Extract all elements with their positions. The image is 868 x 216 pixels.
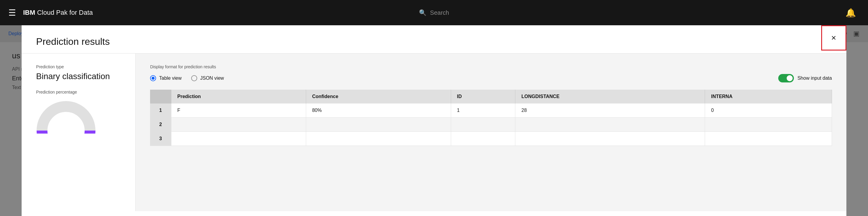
view-options: Table view JSON view Show input data: [150, 74, 832, 82]
search-area[interactable]: 🔍 Search: [419, 9, 449, 16]
cell-interna-3: [705, 132, 832, 146]
table-view-option[interactable]: Table view: [150, 75, 182, 81]
cell-id-2: [451, 118, 515, 132]
brand-rest: Cloud Pak for Data: [35, 9, 93, 16]
cell-longdistance-1: 28: [515, 104, 705, 118]
table-row: 2: [150, 118, 832, 132]
json-view-option[interactable]: JSON view: [191, 75, 224, 81]
cell-interna-1: 0: [705, 104, 832, 118]
table-row: 3: [150, 132, 832, 146]
brand-ibm: IBM: [23, 9, 35, 16]
cell-rownum-2: 2: [150, 118, 171, 132]
cell-prediction-1: F: [171, 104, 306, 118]
left-panel: Prediction type Binary classification Pr…: [22, 54, 136, 211]
prediction-percentage-label: Prediction percentage: [36, 90, 121, 94]
prediction-type-label: Prediction type: [36, 64, 121, 69]
display-format-label: Display format for prediction results: [150, 64, 832, 69]
table-view-radio[interactable]: [150, 75, 156, 81]
cell-prediction-2: [171, 118, 306, 132]
results-table: Prediction Confidence ID LONGDISTANCE IN…: [150, 90, 832, 146]
toggle-knob: [787, 75, 793, 81]
cell-longdistance-3: [515, 132, 705, 146]
search-placeholder: Search: [430, 9, 449, 16]
brand-title: IBM Cloud Pak for Data: [23, 9, 93, 17]
cell-id-1: 1: [451, 104, 515, 118]
hamburger-menu-icon[interactable]: ☰: [8, 8, 16, 18]
col-header-interna: INTERNA: [705, 90, 832, 104]
cell-confidence-3: [306, 132, 451, 146]
cell-prediction-3: [171, 132, 306, 146]
table-header-row: Prediction Confidence ID LONGDISTANCE IN…: [150, 90, 832, 104]
cell-longdistance-2: [515, 118, 705, 132]
json-view-label: JSON view: [200, 76, 224, 81]
svg-point-1: [42, 107, 90, 134]
col-header-rownum: [150, 90, 171, 104]
modal-close-button[interactable]: ×: [821, 25, 846, 51]
cell-confidence-1: 80%: [306, 104, 451, 118]
table-view-label: Table view: [159, 76, 182, 81]
search-icon: 🔍: [419, 9, 427, 16]
prediction-type-value: Binary classification: [36, 72, 121, 81]
radio-group: Table view JSON view: [150, 75, 224, 81]
col-header-id: ID: [451, 90, 515, 104]
toggle-switch[interactable]: [778, 74, 794, 82]
cell-rownum-1: 1: [150, 104, 171, 118]
show-input-data-toggle[interactable]: Show input data: [778, 74, 832, 82]
modal-title: Prediction results: [36, 36, 832, 47]
cell-interna-2: [705, 118, 832, 132]
prediction-results-modal: × Prediction results Prediction type Bin…: [22, 25, 846, 216]
cell-confidence-2: [306, 118, 451, 132]
cell-id-3: [451, 132, 515, 146]
cell-rownum-3: 3: [150, 132, 171, 146]
col-header-longdistance: LONGDISTANCE: [515, 90, 705, 104]
show-input-label: Show input data: [798, 76, 832, 81]
col-header-prediction: Prediction: [171, 90, 306, 104]
notification-icon[interactable]: 🔔: [845, 8, 856, 18]
right-panel: Display format for prediction results Ta…: [136, 54, 846, 211]
json-view-radio[interactable]: [191, 75, 197, 81]
modal-header: Prediction results: [22, 25, 846, 54]
modal-overlay: × Prediction results Prediction type Bin…: [0, 25, 868, 216]
top-navigation: ☰ IBM Cloud Pak for Data 🔍 Search 🔔: [0, 0, 868, 25]
modal-body: Prediction type Binary classification Pr…: [22, 54, 846, 211]
col-header-confidence: Confidence: [306, 90, 451, 104]
table-row: 1 F 80% 1 28 0: [150, 104, 832, 118]
donut-chart: [36, 101, 96, 134]
